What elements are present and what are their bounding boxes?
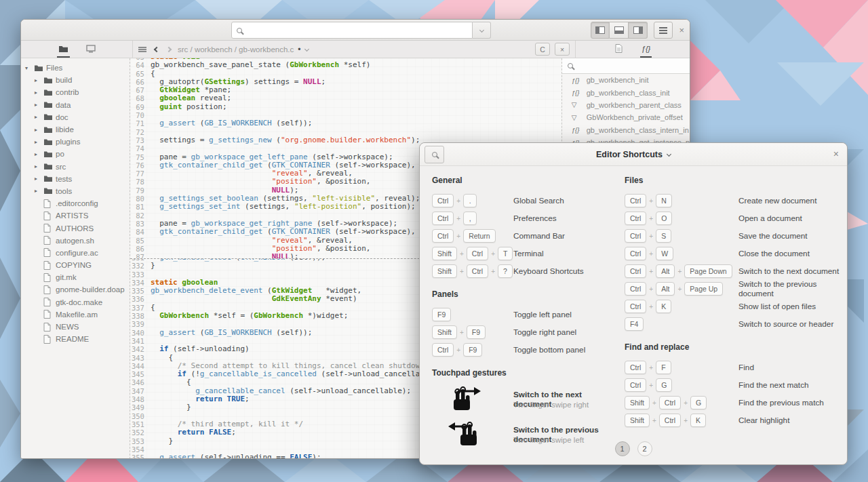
toggle-right-panel-button[interactable] bbox=[629, 22, 648, 39]
menu-button[interactable] bbox=[654, 22, 673, 39]
keycap: F9 bbox=[463, 343, 482, 357]
keycap: G bbox=[690, 396, 707, 409]
shortcut-row: F9Toggle left panel bbox=[432, 306, 616, 323]
search-icon bbox=[432, 152, 437, 157]
symbol-item[interactable]: ƒ{}gb_workbench_class_intern_in bbox=[562, 124, 690, 136]
tree-item[interactable]: COPYING bbox=[21, 259, 130, 271]
tree-item[interactable]: gtk-doc.make bbox=[21, 296, 130, 308]
tree-item-label: ARTISTS bbox=[56, 212, 88, 220]
tree-item[interactable]: ▸tools bbox=[21, 185, 130, 197]
forward-icon[interactable] bbox=[166, 46, 172, 52]
page-button[interactable]: 2 bbox=[637, 441, 652, 456]
line-number: 70 bbox=[130, 111, 151, 119]
tree-item[interactable]: Makefile.am bbox=[21, 308, 130, 321]
line-number: 82 bbox=[130, 212, 151, 220]
expander-icon[interactable]: ▸ bbox=[35, 188, 43, 194]
page-button[interactable]: 1 bbox=[615, 441, 630, 456]
keycap: Ctrl bbox=[625, 212, 646, 225]
expander-icon[interactable]: ▸ bbox=[35, 89, 43, 96]
language-button[interactable]: C bbox=[535, 43, 550, 56]
tree-item-label: autogen.sh bbox=[56, 237, 94, 245]
expander-icon[interactable]: ▾ bbox=[25, 65, 34, 71]
expander-icon[interactable]: ▸ bbox=[35, 163, 43, 169]
breadcrumb[interactable]: src / workbench / gb-workbench.c bbox=[178, 45, 294, 54]
tree-item[interactable]: ▸tests bbox=[21, 173, 130, 185]
tree-item[interactable]: ARTISTS bbox=[21, 209, 130, 222]
expander-icon[interactable]: ▸ bbox=[35, 127, 43, 133]
breadcrumb-chevron-icon[interactable] bbox=[304, 47, 309, 52]
tree-item[interactable]: ▸data bbox=[21, 99, 130, 111]
tree-item[interactable]: configure.ac bbox=[21, 247, 130, 259]
project-tree-tab[interactable] bbox=[57, 41, 70, 58]
toggle-left-panel-button[interactable] bbox=[591, 22, 610, 39]
tree-item[interactable]: NEWS bbox=[21, 321, 130, 333]
global-search-input[interactable] bbox=[231, 22, 473, 39]
dialog-search-button[interactable] bbox=[425, 146, 444, 163]
dialog-title-selector[interactable]: Editor Shortcuts bbox=[596, 150, 671, 159]
file-tree[interactable]: ▾Files▸build▸contrib▸data▸doc▸libide▸plu… bbox=[21, 58, 130, 459]
expander-icon[interactable]: ▸ bbox=[35, 77, 43, 83]
tree-item[interactable]: ▸src bbox=[21, 161, 130, 173]
tree-item[interactable]: git.mk bbox=[21, 271, 130, 283]
plus-separator: + bbox=[649, 250, 653, 258]
document-outline-tab[interactable] bbox=[614, 41, 624, 58]
function-icon: ƒ{} bbox=[572, 89, 587, 96]
symbols-tab[interactable]: ƒ{} bbox=[640, 41, 652, 58]
toggle-bottom-panel-button[interactable] bbox=[610, 22, 629, 39]
keycap: F9 bbox=[432, 308, 451, 321]
symbol-item[interactable]: ƒ{}gb_workbench_class_init bbox=[562, 86, 690, 98]
shortcut-row: Ctrl+FFind bbox=[625, 359, 840, 376]
tree-item[interactable]: ▸libide bbox=[21, 123, 130, 136]
keycap: Ctrl bbox=[432, 212, 454, 225]
symbol-item[interactable]: ƒ{}gb_workbench_init bbox=[562, 74, 690, 86]
line-number: 81 bbox=[130, 203, 151, 211]
tree-item-label: Makefile.am bbox=[56, 310, 98, 319]
tree-item[interactable]: .editorconfig bbox=[21, 197, 130, 209]
tree-item[interactable]: AUTHORS bbox=[21, 222, 130, 234]
shortcut-row: Ctrl+NCreate new document bbox=[625, 192, 840, 209]
file-icon bbox=[43, 212, 51, 220]
tree-item[interactable]: README bbox=[21, 333, 130, 345]
chevron-down-icon bbox=[479, 28, 484, 33]
symbol-item[interactable]: ▽GbWorkbench_private_offset bbox=[562, 111, 690, 123]
back-icon[interactable] bbox=[154, 46, 159, 52]
expander-icon[interactable]: ▸ bbox=[35, 139, 43, 145]
symbol-item[interactable]: ▽gb_workbench_parent_class bbox=[562, 99, 690, 111]
tree-item-label: plugins bbox=[56, 138, 80, 146]
symbol-search-input[interactable] bbox=[562, 58, 690, 74]
plus-separator: + bbox=[456, 233, 460, 240]
tree-item[interactable]: ▾Files bbox=[21, 62, 130, 74]
shortcut-row: Ctrl+KShow list of open files bbox=[625, 298, 840, 315]
dialog-close-button[interactable]: × bbox=[833, 149, 839, 159]
expander-icon[interactable]: ▸ bbox=[35, 102, 43, 108]
line-number: 345 bbox=[130, 370, 151, 378]
section-heading: Panels bbox=[432, 289, 616, 299]
shortcut-row: Ctrl+F9Toggle bottom panel bbox=[432, 341, 616, 359]
search-dropdown-button[interactable] bbox=[473, 22, 491, 39]
keycap: Shift bbox=[432, 325, 457, 339]
section-heading: Files bbox=[625, 176, 840, 185]
folder-icon bbox=[43, 163, 53, 170]
tree-item[interactable]: autogen.sh bbox=[21, 235, 130, 247]
close-split-button[interactable]: × bbox=[555, 43, 570, 56]
expander-icon[interactable]: ▸ bbox=[35, 114, 43, 120]
expander-icon[interactable]: ▸ bbox=[35, 151, 43, 157]
keycap: . bbox=[463, 194, 477, 207]
tree-item-label: COPYING bbox=[56, 261, 92, 269]
tree-item[interactable]: gnome-builder.doap bbox=[21, 283, 130, 296]
tree-item[interactable]: ▸plugins bbox=[21, 136, 130, 148]
tree-item[interactable]: ▸doc bbox=[21, 111, 130, 123]
file-icon bbox=[43, 273, 51, 282]
open-pages-icon[interactable] bbox=[138, 49, 146, 50]
tree-item[interactable]: ▸contrib bbox=[21, 86, 130, 98]
devices-tab[interactable] bbox=[85, 41, 97, 58]
tree-item[interactable]: ▸build bbox=[21, 74, 130, 86]
line-number: 87 bbox=[130, 253, 151, 259]
folder-icon bbox=[43, 175, 53, 182]
expander-icon[interactable]: ▸ bbox=[35, 176, 43, 182]
window-close-button[interactable]: × bbox=[679, 26, 684, 35]
tree-item[interactable]: ▸po bbox=[21, 148, 130, 160]
section-heading: Find and replace bbox=[625, 342, 840, 352]
shortcut-row: F4Switch to source or header bbox=[625, 315, 840, 333]
bottom-panel-icon bbox=[614, 26, 624, 34]
